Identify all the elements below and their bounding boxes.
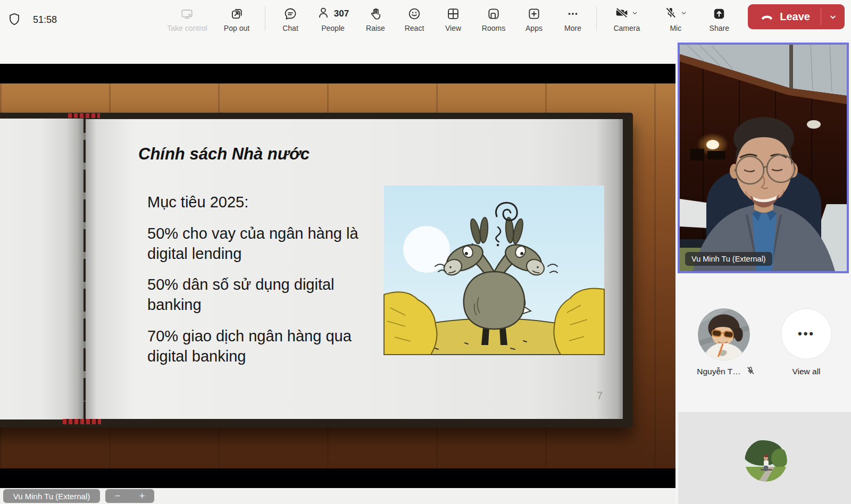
apps-icon xyxy=(527,4,541,23)
view-all-label: View all xyxy=(792,367,820,376)
raise-hand-icon xyxy=(369,4,382,23)
react-label: React xyxy=(405,24,424,32)
two-headed-donkey-cartoon-image xyxy=(384,186,604,355)
slide-title: Chính sách Nhà nước xyxy=(138,145,310,164)
camera-off-participant-avatar[interactable] xyxy=(745,439,787,482)
teams-meeting-window: 51:58 Take control xyxy=(0,0,851,504)
toolbar-divider xyxy=(265,6,265,31)
flipbook-spine-stitches xyxy=(82,133,86,401)
react-button[interactable]: React xyxy=(397,3,431,32)
stage-bottom-strip xyxy=(0,488,675,504)
raise-hand-button[interactable]: Raise xyxy=(358,3,393,32)
toolbar-center-group: Take control Pop out xyxy=(163,3,590,32)
rooms-button[interactable]: Rooms xyxy=(475,3,512,32)
view-all-label-row: View all xyxy=(781,366,832,377)
flipbook-left-page xyxy=(0,119,84,419)
take-control-button[interactable]: Take control xyxy=(163,3,212,32)
shield-icon xyxy=(7,12,21,28)
react-icon xyxy=(407,4,421,23)
zoom-out-button[interactable]: − xyxy=(105,489,130,503)
zoom-in-button[interactable]: + xyxy=(130,489,154,503)
apps-button[interactable]: Apps xyxy=(517,3,551,32)
slide-page-number: 7 xyxy=(597,390,603,402)
speaker-video-feed xyxy=(680,45,847,271)
slide-bullet-1: 50% cho vay của ngân hàng là digital len… xyxy=(147,223,375,264)
pop-out-button[interactable]: Pop out xyxy=(216,3,257,32)
raise-label: Raise xyxy=(366,24,385,32)
slide-goal-heading: Mục tiêu 2025: xyxy=(147,194,248,211)
share-button[interactable]: Share xyxy=(702,3,736,32)
leave-label: Leave xyxy=(780,11,810,23)
camera-button[interactable]: Camera xyxy=(604,3,649,32)
camera-chevron-icon[interactable] xyxy=(631,9,639,19)
participant-name: Nguyễn T… xyxy=(697,367,740,376)
people-icon xyxy=(317,6,331,22)
take-control-label: Take control xyxy=(167,24,207,32)
toolbar-divider-right xyxy=(596,6,597,31)
stage-top-strip xyxy=(0,40,675,64)
share-label: Share xyxy=(710,24,729,32)
stage-letterbox-bottom xyxy=(0,468,675,488)
more-icon xyxy=(566,4,580,23)
mic-off-icon xyxy=(664,6,678,22)
leave-button[interactable]: Leave xyxy=(748,4,845,29)
flipbook-red-stitch-top xyxy=(68,113,100,118)
mic-label: Mic xyxy=(670,24,681,32)
slide-bullet-2: 50% dân số sử dụng digital banking xyxy=(147,274,375,315)
shared-screen-stage[interactable]: Chính sách Nhà nước Mục tiêu 2025: 50% c… xyxy=(0,40,675,504)
content-zoom-controls: − + xyxy=(105,489,154,503)
view-icon xyxy=(446,4,460,23)
people-count-badge: 307 xyxy=(334,9,349,19)
meeting-toolbar: 51:58 Take control xyxy=(0,0,851,40)
mic-button[interactable]: Mic xyxy=(653,3,698,32)
apps-label: Apps xyxy=(525,24,543,32)
rooms-icon xyxy=(487,4,500,23)
view-all-button[interactable]: ••• xyxy=(781,308,832,359)
participants-sidebar: Vu Minh Tu (External) xyxy=(675,40,851,504)
share-icon xyxy=(712,4,726,23)
presenter-name-pill: Vu Minh Tu (External) xyxy=(3,489,100,503)
camera-off-icon xyxy=(615,6,629,22)
view-button[interactable]: View xyxy=(436,3,470,32)
mic-chevron-icon[interactable] xyxy=(680,9,688,19)
pop-out-icon xyxy=(230,4,244,23)
meeting-timer: 51:58 xyxy=(33,14,57,26)
toolbar-right-group: Camera xyxy=(593,3,845,32)
more-button[interactable]: More xyxy=(556,3,590,32)
hangup-phone-icon xyxy=(760,9,774,26)
participant-name-row: Nguyễn T… xyxy=(682,366,770,377)
toolbar-left-group: 51:58 xyxy=(7,0,57,40)
leave-chevron-icon[interactable] xyxy=(821,4,845,29)
ellipsis-icon: ••• xyxy=(798,327,815,341)
flipbook-red-stitch-bottom xyxy=(63,419,101,424)
slide-bullet-3: 70% giao dịch ngân hàng qua digital bank… xyxy=(147,326,375,366)
chat-icon xyxy=(283,4,297,23)
stage-letterbox-top xyxy=(0,64,675,83)
view-label: View xyxy=(445,24,461,32)
active-speaker-video-tile[interactable]: Vu Minh Tu (External) xyxy=(678,43,849,273)
chat-button[interactable]: Chat xyxy=(273,3,307,32)
participant-muted-mic-icon xyxy=(746,366,755,377)
camera-label: Camera xyxy=(613,24,640,32)
pop-out-label: Pop out xyxy=(224,24,249,32)
rooms-label: Rooms xyxy=(482,24,505,32)
active-speaker-name-label: Vu Minh Tu (External) xyxy=(685,252,772,266)
take-control-icon xyxy=(180,4,194,23)
people-label: People xyxy=(321,24,345,32)
more-label: More xyxy=(564,24,581,32)
people-button[interactable]: 307 People xyxy=(312,3,354,32)
participant-avatar[interactable] xyxy=(698,308,750,360)
chat-label: Chat xyxy=(282,24,298,32)
